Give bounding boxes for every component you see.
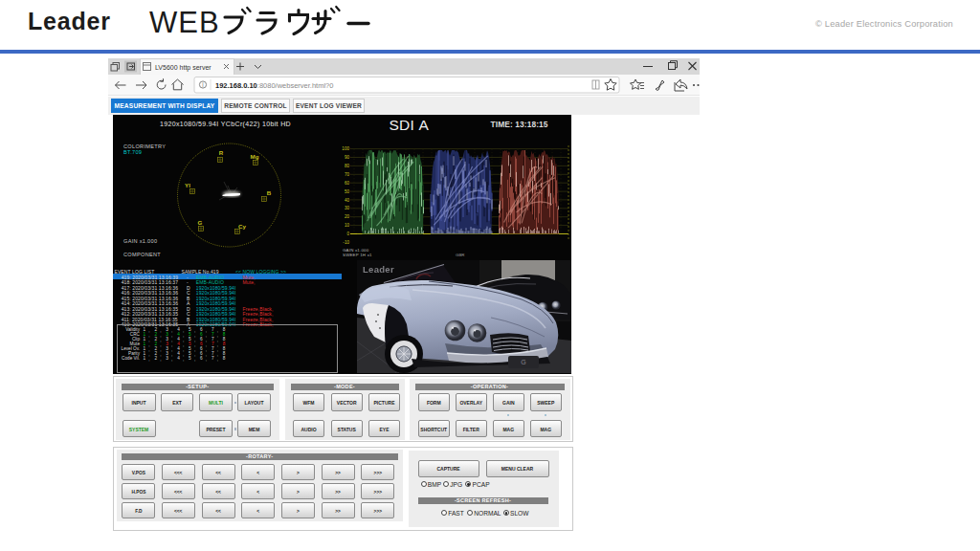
svg-text:70: 70 bbox=[345, 172, 350, 177]
svg-text:192.168.0.10:8080/webserver.ht: 192.168.0.10:8080/webserver.html?0 bbox=[215, 80, 333, 89]
svg-text:10: 10 bbox=[345, 223, 350, 228]
svg-text:G: G bbox=[521, 359, 525, 365]
svg-text:40: 40 bbox=[345, 198, 350, 203]
svg-text:0: 0 bbox=[346, 231, 349, 236]
svg-text:WEB: WEB bbox=[149, 6, 220, 39]
svg-text:90: 90 bbox=[345, 155, 350, 160]
svg-text:30: 30 bbox=[345, 206, 350, 210]
svg-text:50: 50 bbox=[345, 189, 350, 194]
svg-text:60: 60 bbox=[345, 181, 350, 186]
svg-text:R: R bbox=[219, 149, 224, 156]
svg-text:Mg: Mg bbox=[251, 153, 259, 160]
svg-text:-10: -10 bbox=[343, 240, 349, 245]
svg-text:20: 20 bbox=[345, 214, 350, 219]
svg-text:80: 80 bbox=[345, 164, 350, 168]
svg-text:Cy: Cy bbox=[238, 223, 246, 230]
svg-text:i: i bbox=[202, 81, 203, 88]
svg-text:100: 100 bbox=[342, 146, 349, 151]
svg-text:Yl: Yl bbox=[185, 182, 190, 188]
svg-text:LV5600 http server: LV5600 http server bbox=[155, 64, 212, 72]
svg-text:G: G bbox=[198, 219, 203, 226]
svg-text:Leader: Leader bbox=[363, 264, 394, 275]
svg-text:B: B bbox=[267, 189, 272, 196]
